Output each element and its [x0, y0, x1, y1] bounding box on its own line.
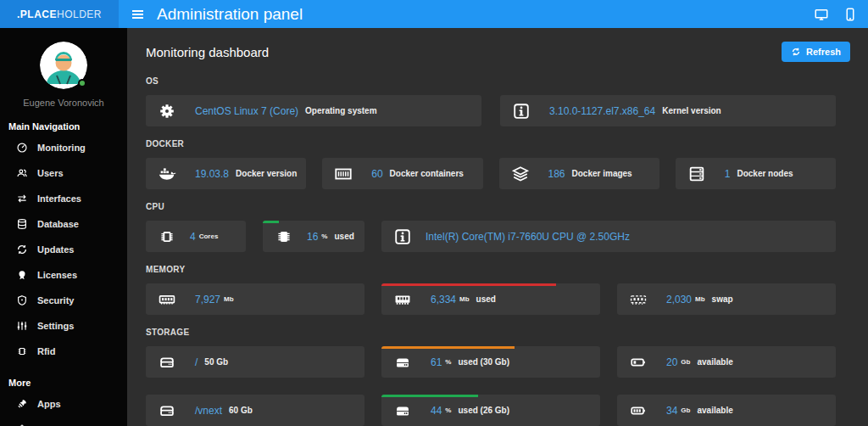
stat-value: 16 [307, 231, 318, 243]
stat-label: used (26 Gb) [458, 406, 509, 415]
gauge-icon [16, 142, 28, 154]
shield-icon [16, 294, 28, 306]
progress-bar [381, 346, 515, 349]
refresh-button[interactable]: Refresh [782, 42, 850, 62]
stat-value: 7,927 [195, 294, 220, 305]
topbar: .PLACEHOLDER Administration panel [0, 0, 868, 28]
refresh-button-label: Refresh [806, 47, 841, 57]
admin-panel-app: .PLACEHOLDER Administration panel [0, 0, 868, 426]
battery-icon [629, 401, 648, 420]
section-os: OSCentOS Linux 7 (Core)Operating system3… [146, 76, 836, 126]
sidebar-item-monitoring[interactable]: Monitoring [0, 135, 127, 160]
battery-low-icon [629, 353, 648, 372]
section-docker: DOCKER19.03.8Docker version60Docker cont… [146, 139, 836, 189]
stat-value: 186 [548, 168, 565, 180]
stat-value: 20 [666, 356, 677, 368]
sidebar-item-rfid[interactable]: Rfid [0, 339, 127, 364]
database-icon [16, 218, 28, 230]
ram-dashed-icon [629, 290, 648, 309]
stat-value: 3.10.0-1127.el7.x86_64 [549, 105, 655, 117]
sidebar-item-security[interactable]: Security [0, 288, 127, 313]
rocket-icon [16, 398, 28, 410]
stat-card: 7,927Mb [146, 283, 364, 315]
desktop-icon[interactable] [814, 7, 829, 22]
sidebar-nav: Main NavigationMonitoringUsersInterfaces… [0, 108, 127, 426]
hdd-icon [158, 401, 176, 420]
stat-value: / [195, 356, 198, 368]
sliders-icon [16, 320, 28, 332]
sidebar-item-label: Apps [37, 399, 61, 409]
stat-card: 2,030Mbswap [617, 283, 836, 315]
chip-icon [158, 227, 176, 246]
info-icon [512, 102, 531, 121]
page-title: Monitoring dashboard [146, 45, 269, 59]
stat-value: 61 [431, 356, 442, 368]
stat-unit: Gb [681, 406, 690, 414]
stat-unit: % [321, 233, 327, 240]
stat-label: used (30 Gb) [458, 357, 509, 367]
progress-bar [263, 221, 279, 223]
sidebar-item-label: Database [37, 219, 79, 229]
stat-card: 44%used (26 Gb) [381, 395, 600, 426]
stat-label: Docker nodes [737, 169, 793, 178]
main-area: Monitoring dashboard Refresh OSCentOS Li… [127, 28, 868, 426]
section-label: OS [146, 76, 836, 86]
stat-value: 6,334 [431, 294, 456, 305]
section-cpu: CPU4Cores16%usedIntel(R) Core(TM) i7-766… [146, 202, 836, 252]
app-logo[interactable]: .PLACEHOLDER [0, 0, 119, 28]
sidebar-item-updates[interactable]: Updates [0, 237, 127, 262]
app-title: Administration panel [157, 5, 303, 24]
docker-whale-icon [158, 165, 176, 183]
stat-label: available [697, 357, 732, 367]
stat-value: Intel(R) Core(TM) i7-7660U CPU @ 2.50GHz [426, 231, 630, 243]
stat-label: Docker version [236, 169, 297, 178]
refresh-icon [791, 47, 801, 57]
stat-card: Intel(R) Core(TM) i7-7660U CPU @ 2.50GHz [381, 221, 836, 252]
stat-value: 44 [431, 405, 442, 417]
stat-value: 19.03.8 [195, 168, 229, 180]
sidebar-item-licenses[interactable]: Licenses [0, 262, 127, 288]
stat-card: 4Cores [146, 221, 246, 252]
stat-label: available [697, 406, 732, 415]
online-status-dot [78, 79, 86, 87]
stat-card: 20Gbavailable [617, 346, 836, 378]
avatar[interactable] [40, 42, 87, 89]
stat-value: CentOS Linux 7 (Core) [195, 105, 298, 117]
ram-icon [158, 290, 176, 309]
info-icon [393, 227, 412, 246]
stat-value: /vnext [195, 405, 222, 417]
stat-value: 34 [666, 405, 677, 417]
sidebar-item-apps[interactable]: Apps [0, 391, 127, 417]
server-rack-icon [687, 165, 706, 183]
tablet-icon[interactable] [843, 7, 858, 22]
stat-unit: Cores [199, 233, 219, 240]
hdd-filled-icon [393, 353, 412, 372]
stat-value: 4 [190, 231, 196, 243]
card-grid: CentOS Linux 7 (Core)Operating system3.1… [146, 95, 836, 126]
stat-label: used [334, 232, 353, 241]
sidebar-item-tools[interactable]: Tools [0, 417, 127, 426]
section-label: MEMORY [146, 265, 836, 274]
sidebar-item-database[interactable]: Database [0, 211, 127, 237]
stat-card: 34Gbavailable [617, 395, 836, 426]
stat-label: 50 Gb [204, 357, 228, 367]
sidebar-item-label: Licenses [37, 270, 77, 280]
logo-bold-text: .PLACE [17, 8, 57, 20]
section-label: DOCKER [146, 139, 836, 149]
stat-label: Docker images [572, 169, 632, 178]
stat-card: 61%used (30 Gb) [381, 346, 600, 378]
sidebar-item-users[interactable]: Users [0, 160, 127, 186]
ram-filled-icon [393, 290, 412, 309]
layers-icon [511, 165, 530, 183]
stat-unit: % [445, 406, 451, 414]
license-icon [16, 269, 28, 281]
dashboard-content: OSCentOS Linux 7 (Core)Operating system3… [127, 62, 868, 426]
stat-card: 19.03.8Docker version [146, 158, 306, 189]
sidebar-item-label: Rfid [37, 346, 55, 356]
refresh-circle-icon [16, 244, 28, 255]
sidebar-item-interfaces[interactable]: Interfaces [0, 186, 127, 211]
section-memory: MEMORY7,927Mb6,334Mbused2,030Mbswap [146, 265, 836, 315]
stat-unit: % [445, 358, 451, 366]
hamburger-menu-icon[interactable] [132, 10, 143, 19]
sidebar-item-settings[interactable]: Settings [0, 313, 127, 339]
